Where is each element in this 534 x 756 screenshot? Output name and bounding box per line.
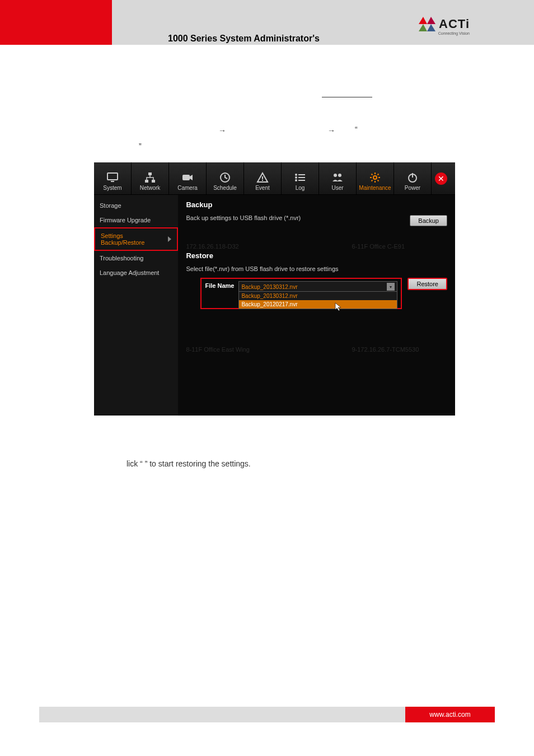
nav-label: Power — [405, 185, 420, 191]
svg-rect-6 — [148, 172, 152, 175]
sidebar-item-troubleshooting[interactable]: Troubleshooting — [94, 251, 178, 265]
backup-section-title: Backup — [186, 200, 447, 209]
network-icon — [144, 170, 156, 185]
users-icon — [331, 170, 344, 185]
svg-rect-5 — [111, 181, 114, 182]
svg-marker-1 — [427, 17, 435, 24]
ghost-camera-label: 6-11F Office C-E91 — [352, 243, 405, 250]
nav-label: User — [331, 185, 343, 191]
logo-tagline: Connecting Vision — [438, 31, 470, 35]
svg-marker-34 — [335, 303, 341, 311]
logo-text: ACTi — [439, 17, 470, 31]
sidebar-menu: Storage Firmware Upgrade Settings Backup… — [94, 195, 178, 416]
svg-marker-0 — [419, 17, 427, 24]
svg-rect-18 — [298, 177, 305, 178]
file-name-block: File Name Backup_20130312.nvr ▾ Backup_2… — [200, 278, 402, 309]
nav-maintenance[interactable]: Maintenance — [357, 162, 394, 194]
svg-point-22 — [338, 174, 341, 177]
ghost-camera-label: 8-11F Office East Wing — [186, 346, 250, 353]
top-nav: System Network Camera Schedule Event — [94, 162, 455, 195]
nav-user[interactable]: User — [319, 162, 357, 194]
svg-point-21 — [334, 174, 337, 177]
nav-power[interactable]: Power — [394, 162, 432, 194]
nav-label: Schedule — [213, 185, 237, 191]
sidebar-item-firmware-upgrade[interactable]: Firmware Upgrade — [94, 213, 178, 227]
nav-close-button[interactable]: ✕ — [432, 162, 451, 194]
dropdown-option[interactable]: Backup_20130312.nvr — [239, 292, 397, 300]
svg-rect-9 — [182, 175, 190, 180]
document-title: 1000 Series System Administrator's — [168, 34, 320, 44]
instruction-text: lick “ ” to start restoring the settings… — [127, 459, 251, 468]
app-screenshot: System Network Camera Schedule Event — [94, 162, 455, 416]
svg-marker-2 — [419, 24, 427, 31]
quote-open: “ — [355, 125, 358, 134]
logo-mark-icon — [419, 17, 435, 31]
close-icon: ✕ — [435, 172, 447, 185]
nav-label: Network — [140, 185, 161, 191]
sidebar-item-language-adjustment[interactable]: Language Adjustment — [94, 265, 178, 280]
dropdown-list: Backup_20130312.nvr Backup_20120217.nvr — [238, 291, 397, 309]
svg-rect-8 — [152, 180, 155, 183]
content-area: Storage Firmware Upgrade Settings Backup… — [94, 195, 455, 416]
chevron-down-icon: ▾ — [387, 283, 395, 291]
list-icon — [294, 170, 306, 185]
nav-label: Camera — [177, 185, 198, 191]
clock-icon — [219, 170, 231, 185]
svg-rect-20 — [298, 180, 305, 181]
svg-rect-16 — [298, 174, 305, 175]
cursor-icon — [335, 302, 343, 313]
power-icon — [407, 170, 418, 185]
breadcrumb-arrow-icon: → — [327, 126, 335, 135]
file-dropdown[interactable]: Backup_20130312.nvr ▾ Backup_20130312.nv… — [238, 281, 397, 292]
dropdown-option[interactable]: Backup_20120217.nvr — [239, 300, 397, 309]
quote-close: ” — [139, 142, 142, 151]
svg-marker-10 — [190, 175, 193, 180]
restore-section-title: Restore — [186, 251, 447, 260]
main-panel: Backup Back up settings to USB flash dri… — [178, 195, 455, 416]
brand-logo: ACTi — [419, 17, 470, 31]
restore-button[interactable]: Restore — [407, 278, 447, 290]
svg-point-15 — [295, 174, 297, 176]
nav-network[interactable]: Network — [132, 162, 169, 194]
restore-section-desc: Select file(*.nvr) from USB flash drive … — [186, 265, 447, 272]
camera-icon — [181, 170, 194, 185]
underline — [322, 97, 372, 97]
sidebar-item-storage[interactable]: Storage — [94, 198, 178, 213]
header-red-block — [0, 0, 112, 45]
nav-label: System — [103, 185, 121, 191]
svg-rect-13 — [262, 176, 263, 179]
dropdown-selected[interactable]: Backup_20130312.nvr ▾ — [238, 281, 397, 292]
gear-icon — [369, 170, 381, 185]
nav-schedule[interactable]: Schedule — [207, 162, 244, 194]
breadcrumb-arrow-icon: → — [218, 126, 226, 135]
sidebar-item-label: Settings Backup/Restore — [101, 232, 168, 246]
dropdown-selected-value: Backup_20130312.nvr — [241, 284, 297, 290]
svg-line-29 — [378, 180, 379, 181]
monitor-icon — [106, 170, 119, 185]
svg-rect-4 — [107, 173, 118, 180]
svg-point-17 — [295, 176, 297, 179]
svg-marker-3 — [427, 24, 435, 31]
svg-rect-7 — [145, 180, 148, 183]
svg-point-23 — [373, 176, 377, 179]
backup-button[interactable]: Backup — [410, 215, 447, 226]
ghost-camera-label: 9-172.16.26.7-TCM5530 — [352, 346, 419, 353]
file-name-label: File Name — [205, 281, 234, 289]
footer-bar: www.acti.com — [39, 707, 495, 722]
svg-rect-14 — [262, 180, 263, 181]
nav-label: Event — [255, 185, 270, 191]
nav-label: Maintenance — [359, 185, 391, 191]
nav-event[interactable]: Event — [244, 162, 282, 194]
nav-label: Log — [296, 185, 305, 191]
svg-line-31 — [378, 174, 379, 175]
backup-section-desc: Back up settings to USB flash drive (*.n… — [186, 214, 301, 221]
footer-url: www.acti.com — [405, 707, 495, 722]
svg-point-19 — [295, 179, 297, 181]
ghost-camera-label: 172.16.26.118-D32 — [186, 243, 238, 250]
nav-system[interactable]: System — [94, 162, 132, 194]
svg-line-28 — [372, 174, 373, 175]
warning-icon — [256, 170, 269, 185]
nav-camera[interactable]: Camera — [169, 162, 207, 194]
sidebar-item-settings-backup-restore[interactable]: Settings Backup/Restore — [94, 227, 178, 251]
nav-log[interactable]: Log — [282, 162, 319, 194]
